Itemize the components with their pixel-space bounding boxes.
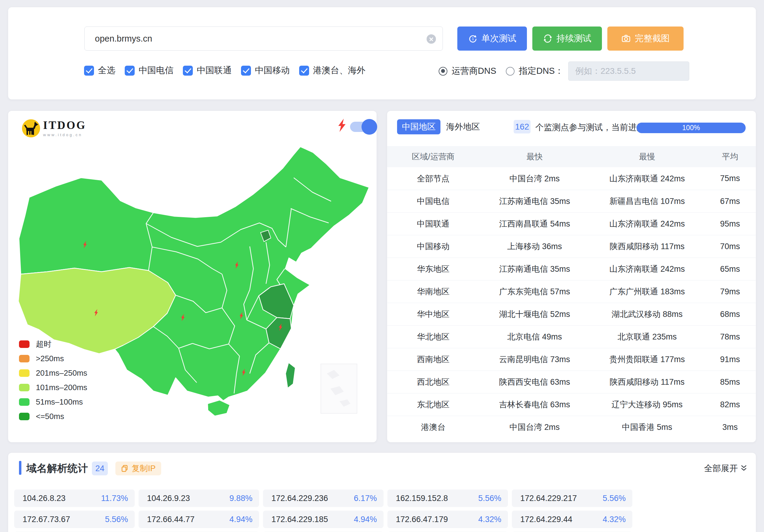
table-cell: 西北地区 [387, 377, 479, 387]
table-row[interactable]: 全部节点中国台湾 2ms山东济南联通 242ms75ms [387, 167, 756, 190]
custom-dns-label: 指定DNS： [519, 65, 563, 77]
camera-icon [621, 34, 631, 43]
ip-card[interactable]: 172.66.44.774.94% [138, 511, 259, 528]
table-row[interactable]: 中国移动上海移动 36ms陕西咸阳移动 117ms70ms [387, 235, 756, 258]
checkbox-checked-icon[interactable] [183, 66, 193, 76]
table-cell: 山东济南联通 242ms [590, 218, 704, 229]
carrier-dns-radio[interactable] [439, 67, 447, 76]
single-test-button[interactable]: 1 单次测试 [457, 27, 527, 51]
table-row[interactable]: 西北地区陕西西安电信 63ms陕西咸阳移动 117ms85ms [387, 371, 756, 393]
table-cell: 湖北武汉移动 88ms [590, 309, 704, 320]
table-cell: 中国移动 [387, 241, 479, 252]
south-sea-inset [321, 364, 357, 413]
table-row[interactable]: 港澳台中国台湾 2ms中国香港 5ms3ms [387, 416, 756, 438]
table-cell: 辽宁大连移动 95ms [590, 399, 704, 410]
tab-china-region[interactable]: 中国地区 [397, 119, 441, 134]
table-row[interactable]: 西南地区云南昆明电信 73ms贵州贵阳联通 177ms91ms [387, 348, 756, 371]
table-cell: 华北地区 [387, 331, 479, 342]
ip-percentage: 4.94% [229, 515, 253, 524]
legend-swatch [19, 340, 30, 348]
table-cell: 西南地区 [387, 354, 479, 365]
copy-icon [121, 464, 129, 472]
ip-percentage: 4.32% [603, 515, 626, 524]
checkbox-label: 中国联通 [197, 65, 232, 77]
checkbox-checked-icon[interactable] [125, 66, 135, 76]
checkbox-checked-icon[interactable] [299, 66, 309, 76]
legend-item-0: 超时 [19, 337, 88, 351]
table-cell: 新疆昌吉电信 107ms [590, 196, 704, 207]
legend-item-2: 201ms–250ms [19, 366, 88, 380]
table-cell: 广东广州联通 183ms [590, 286, 704, 297]
copy-ip-button[interactable]: 复制IP [115, 461, 161, 475]
table-cell: 3ms [704, 423, 756, 432]
dns-stats-panel: 域名解析统计 24 复制IP 全部展开 104.26.8.2311.73%104… [8, 453, 756, 532]
ip-list: 104.26.8.2311.73%104.26.9.239.88%172.64.… [14, 489, 632, 532]
clear-input-icon[interactable] [427, 34, 436, 44]
svg-text:1: 1 [472, 37, 474, 41]
table-cell: 上海移动 36ms [479, 241, 590, 252]
table-cell: 68ms [704, 310, 756, 319]
checkbox-item-4[interactable]: 港澳台、海外 [299, 65, 365, 77]
ip-address: 172.64.229.185 [272, 515, 328, 524]
table-cell: 70ms [704, 242, 756, 251]
table-cell: 华东地区 [387, 264, 479, 274]
continuous-test-label: 持续测试 [556, 33, 591, 45]
search-panel: open.brmys.cn 1 单次测试 持续测试 完整截图 全选中国电信中国联… [8, 7, 756, 99]
double-chevron-down-icon [740, 464, 747, 472]
url-input[interactable]: open.brmys.cn [85, 27, 443, 51]
table-row[interactable]: 中国联通江西南昌联通 54ms山东济南联通 242ms95ms [387, 212, 756, 235]
legend-item-1: >250ms [19, 351, 88, 366]
custom-dns-radio[interactable] [506, 67, 514, 76]
single-test-label: 单次测试 [481, 33, 516, 45]
ip-percentage: 6.17% [354, 494, 377, 503]
full-screenshot-button[interactable]: 完整截图 [607, 27, 683, 51]
checkbox-item-1[interactable]: 中国电信 [125, 65, 173, 77]
table-header-cell: 最快 [479, 151, 590, 162]
table-cell: 贵州贵阳联通 177ms [590, 354, 704, 365]
ip-card[interactable]: 172.64.229.2366.17% [263, 489, 384, 507]
ip-percentage: 4.94% [354, 515, 377, 524]
ip-card[interactable]: 172.64.229.2175.56% [512, 489, 632, 507]
table-row[interactable]: 华东地区江苏南通电信 35ms山东济南联通 242ms65ms [387, 258, 756, 280]
continuous-test-button[interactable]: 持续测试 [532, 27, 602, 51]
checkbox-checked-icon[interactable] [84, 66, 94, 76]
checkbox-item-2[interactable]: 中国联通 [183, 65, 232, 77]
ip-card[interactable]: 172.64.229.444.32% [512, 511, 632, 528]
progress-value: 100% [682, 124, 700, 132]
copy-ip-label: 复制IP [132, 463, 156, 474]
checkbox-item-3[interactable]: 中国移动 [241, 65, 290, 77]
ip-card[interactable]: 172.67.73.675.56% [14, 511, 135, 528]
table-cell: 云南昆明电信 73ms [479, 354, 590, 365]
table-cell: 山东济南联通 242ms [590, 264, 704, 274]
section-accent-bar [19, 461, 21, 475]
ip-card[interactable]: 162.159.152.85.56% [387, 489, 508, 507]
ip-address: 172.64.229.217 [520, 494, 577, 503]
table-cell: 港澳台 [387, 422, 479, 433]
table-cell: 中国台湾 2ms [479, 173, 590, 184]
table-row[interactable]: 东北地区吉林长春电信 63ms辽宁大连移动 95ms82ms [387, 393, 756, 416]
legend-swatch [19, 413, 30, 420]
table-row[interactable]: 华北地区北京电信 49ms北京联通 235ms78ms [387, 325, 756, 348]
ip-card[interactable]: 104.26.9.239.88% [138, 489, 259, 507]
ip-address: 172.66.47.179 [396, 515, 448, 524]
table-row[interactable]: 华中地区湖北十堰电信 52ms湖北武汉移动 88ms68ms [387, 303, 756, 325]
checkbox-item-0[interactable]: 全选 [84, 65, 115, 77]
expand-all-button[interactable]: 全部展开 [704, 463, 747, 474]
table-header-row: 区域/运营商最快最慢平均 [387, 146, 756, 167]
legend-label: 201ms–250ms [36, 368, 88, 378]
realtime-toggle[interactable] [350, 122, 375, 132]
legend-swatch [19, 398, 30, 406]
tab-overseas-region[interactable]: 海外地区 [446, 121, 480, 133]
ip-address: 104.26.8.23 [23, 494, 66, 503]
ip-card[interactable]: 104.26.8.2311.73% [14, 489, 135, 507]
expand-all-label: 全部展开 [704, 463, 738, 474]
custom-dns-input[interactable] [568, 62, 689, 81]
table-cell: 吉林长春电信 63ms [479, 399, 590, 410]
legend-label: <=50ms [36, 412, 64, 421]
ip-card[interactable]: 172.64.229.1854.94% [263, 511, 384, 528]
table-row[interactable]: 中国电信江苏南通电信 35ms新疆昌吉电信 107ms67ms [387, 190, 756, 212]
ip-card[interactable]: 172.66.47.1794.32% [387, 511, 508, 528]
table-cell: 江苏南通电信 35ms [479, 196, 590, 207]
checkbox-checked-icon[interactable] [241, 66, 251, 76]
table-row[interactable]: 华南地区广东东莞电信 57ms广东广州联通 183ms79ms [387, 280, 756, 303]
